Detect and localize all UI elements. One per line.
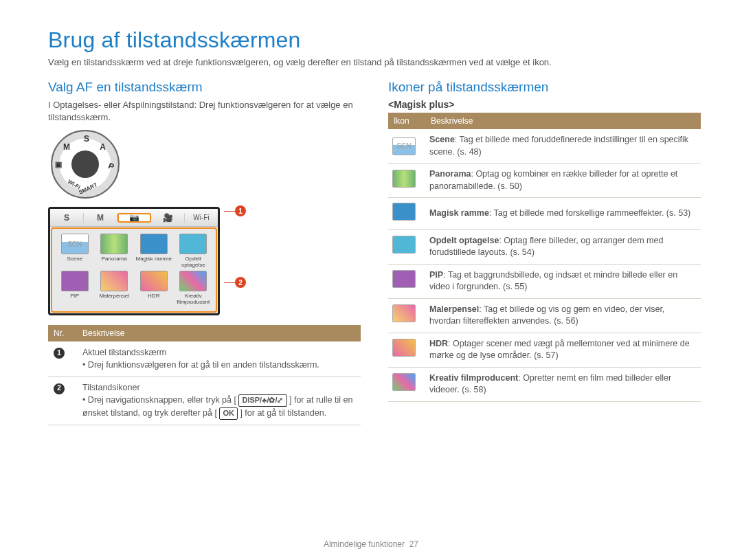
row-bold: Malerpensel: [429, 304, 479, 314]
row1-title: Aktuel tilstandsskærm: [82, 346, 357, 359]
left-column: Valg AF en tilstandsskærm I Optagelses- …: [48, 80, 361, 425]
mode-screen-graphic: 1 2 S M 📷 🎥 Wi-Fi SCNScene Panorama Magi…: [48, 207, 227, 315]
row-number-1: 1: [54, 348, 65, 359]
page-title: Brug af tilstandsskærmen: [48, 27, 701, 53]
table-row: SCN Scene: Tag et billede med foruddefin…: [388, 129, 701, 164]
grid-label-ramme: Magisk ramme: [136, 256, 172, 262]
dial-camera-icon: ▣: [55, 160, 62, 169]
dial-letter-wifi: Wi-Fi: [67, 179, 81, 191]
footer-text: Almindelige funktioner: [324, 539, 405, 549]
left-subtext: I Optagelses- eller Afspilningstilstand:…: [48, 99, 361, 123]
grid-label-pensel: Malerpensel: [99, 293, 129, 299]
right-heading: Ikoner på tilstandsskærmen: [388, 80, 701, 95]
th-ikon: Ikon: [388, 113, 425, 129]
tab-magicplus-active: 📷: [117, 213, 151, 223]
hdr-icon: [392, 339, 416, 357]
row-bold: PIP: [429, 270, 443, 280]
row-bold: Magisk ramme: [429, 208, 489, 218]
table-row: HDR: Optager scener med vægt på mellemto…: [388, 333, 701, 367]
paint-brush-icon: [392, 304, 416, 322]
row-bold: Opdelt optagelse: [429, 236, 499, 245]
tab-m: M: [84, 213, 117, 223]
row-rest: : Optager scener med vægt på mellemtoner…: [429, 339, 690, 361]
table-row: 2 Tilstandsikoner • Drej navigationsknap…: [48, 377, 361, 425]
row-bold: Scene: [429, 135, 455, 144]
row-bold: Kreativ filmproducent: [429, 373, 518, 383]
page-number: 27: [409, 539, 418, 549]
dial-letter-p: P: [107, 161, 115, 172]
row-rest: : Tag et billede med foruddefinerede ind…: [429, 135, 688, 157]
table-row: Kreativ filmproducent: Opretter nemt en …: [388, 367, 701, 401]
mode-icon-grid: SCNScene Panorama Magisk ramme Opdelt op…: [52, 228, 216, 312]
dial-letter-smart: SMART: [78, 182, 98, 196]
row2-title: Tilstandsikoner: [82, 381, 357, 394]
tab-wifi: Wi-Fi: [185, 214, 218, 221]
grid-label-panorama: Panorama: [102, 256, 127, 262]
row-rest: : Tag et baggrundsbillede, og indsæt et …: [429, 270, 677, 292]
tab-movie: 🎥: [151, 213, 185, 223]
row-bold: Panorama: [429, 169, 471, 179]
row1-bullet: Drej funktionsvælgeren for at gå til en …: [88, 360, 319, 370]
table-row: Magisk ramme: Tag et billede med forskel…: [388, 198, 701, 230]
grid-label-hdr: HDR: [148, 293, 159, 299]
callout-2: 2: [235, 277, 246, 288]
scene-icon: SCN: [392, 137, 416, 155]
tab-s: S: [50, 213, 84, 223]
grid-label-movie: Kreativ filmproducent: [177, 293, 210, 305]
th-beskrivelse: Beskrivelse: [77, 325, 361, 341]
dial-letter-a: A: [100, 142, 106, 152]
icon-desc-table: Ikon Beskrivelse SCN Scene: Tag et bille…: [388, 113, 701, 402]
disp-button-icon: DISP/♣/✿/⤢: [238, 394, 286, 407]
grid-label-pip: PIP: [70, 293, 79, 299]
table-row: 1 Aktuel tilstandsskærm • Drej funktions…: [48, 341, 361, 377]
right-subhead: <Magisk plus>: [388, 99, 701, 110]
row2-bullet-a: Drej navigationsknappen, eller tryk på [: [88, 395, 236, 405]
dial-letter-s: S: [84, 134, 89, 144]
row-number-2: 2: [54, 383, 65, 394]
mode-dial: S A P SMART Wi-Fi M ▣: [51, 130, 361, 199]
row2-bullet-c: ] for at gå til tilstanden.: [240, 408, 326, 418]
split-shot-icon: [392, 236, 416, 254]
panorama-icon: [392, 170, 416, 188]
left-heading: Valg AF en tilstandsskærm: [48, 80, 361, 95]
table-row: Opdelt optagelse: Optag flere billeder, …: [388, 229, 701, 264]
row-rest: : Tag et billede med forskellige rammeef…: [489, 208, 690, 218]
pip-icon: [392, 270, 416, 288]
magic-frame-icon: [392, 203, 416, 221]
ok-button-icon: OK: [219, 407, 238, 420]
th-nr: Nr.: [48, 325, 77, 341]
grid-label-scene: Scene: [67, 256, 82, 262]
mode-tabbar: S M 📷 🎥 Wi-Fi: [50, 209, 218, 227]
table-row: Panorama: Optag og kombiner en række bil…: [388, 164, 701, 198]
table-row: Malerpensel: Tag et billede og vis og ge…: [388, 298, 701, 333]
dial-letter-m: M: [63, 142, 70, 152]
page-footer: Almindelige funktioner 27: [0, 539, 742, 549]
movie-maker-icon: [392, 373, 416, 391]
callout-1: 1: [235, 205, 246, 216]
row-bold: HDR: [429, 339, 448, 348]
left-desc-table: Nr. Beskrivelse 1 Aktuel tilstandsskærm …: [48, 325, 361, 425]
right-column: Ikoner på tilstandsskærmen <Magisk plus>…: [388, 80, 701, 425]
grid-label-opdelt: Opdelt optagelse: [181, 256, 205, 268]
intro-text: Vælg en tilstandsskærm ved at dreje funk…: [48, 57, 701, 67]
th-beskrivelse-right: Beskrivelse: [425, 113, 701, 129]
table-row: PIP: Tag et baggrundsbillede, og indsæt …: [388, 264, 701, 298]
